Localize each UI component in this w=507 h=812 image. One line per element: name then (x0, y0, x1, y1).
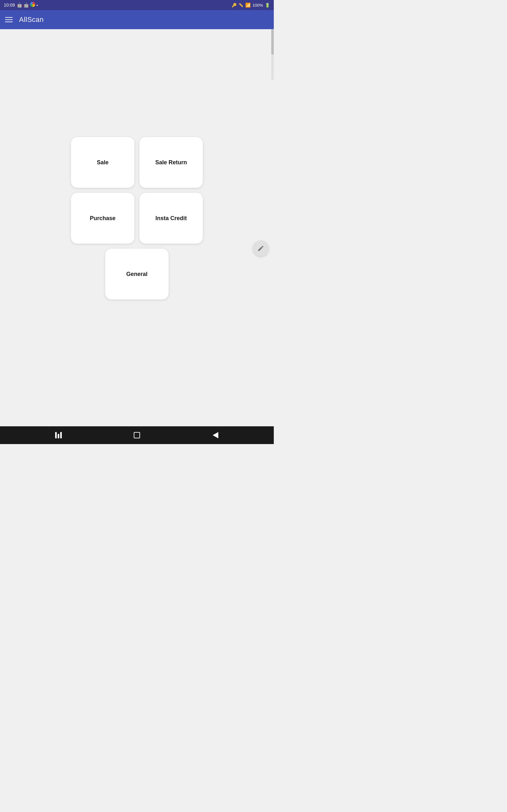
menu-button[interactable] (5, 17, 13, 22)
status-bar-right: 🔑 ✏️ 📶 100% 🔋 (232, 3, 270, 8)
status-bar-left: 10:09 🤖 🤖 ● (4, 2, 38, 8)
chrome-icon (30, 2, 35, 8)
status-time: 10:09 (4, 3, 15, 8)
key-icon: 🔑 (232, 3, 237, 8)
main-content: Sale Sale Return Purchase Insta Credit G… (0, 29, 274, 426)
status-bar: 10:09 🤖 🤖 ● 🔑 ✏️ 📶 100% 🔋 (0, 0, 274, 10)
scrollbar-track[interactable] (271, 29, 274, 80)
back-icon (213, 432, 218, 438)
nav-bar (0, 426, 274, 444)
status-icons: 🤖 🤖 ● (17, 2, 38, 8)
sale-card[interactable]: Sale (71, 137, 134, 188)
sale-return-card-label: Sale Return (155, 159, 187, 166)
home-icon (134, 432, 140, 438)
card-row-2: Purchase Insta Credit (71, 193, 203, 244)
android-icon: 🤖 (17, 3, 22, 8)
home-button[interactable] (129, 427, 145, 443)
pencil-icon: ✏️ (239, 3, 243, 7)
insta-credit-card[interactable]: Insta Credit (139, 193, 203, 244)
back-button[interactable] (208, 427, 223, 443)
android-icon-2: 🤖 (23, 3, 29, 8)
fab-edit-button[interactable] (253, 241, 269, 256)
general-card-label: General (126, 271, 147, 277)
purchase-card[interactable]: Purchase (71, 193, 134, 244)
card-grid: Sale Sale Return Purchase Insta Credit G… (71, 137, 203, 299)
pencil-fab-icon (257, 245, 264, 252)
recents-icon (55, 432, 62, 438)
scrollbar-thumb (271, 29, 274, 55)
insta-credit-card-label: Insta Credit (155, 215, 187, 222)
battery-label: 100% (252, 3, 263, 8)
general-card[interactable]: General (105, 249, 169, 299)
sale-return-card[interactable]: Sale Return (139, 137, 203, 188)
wifi-icon: 📶 (245, 3, 250, 8)
card-row-3: General (105, 249, 169, 299)
battery-icon: 🔋 (265, 3, 270, 8)
recents-button[interactable] (50, 427, 66, 443)
card-row-1: Sale Sale Return (71, 137, 203, 188)
app-title: AllScan (19, 15, 44, 24)
notification-dot: ● (37, 4, 38, 7)
sale-card-label: Sale (97, 159, 108, 166)
app-bar: AllScan (0, 10, 274, 29)
purchase-card-label: Purchase (90, 215, 115, 222)
